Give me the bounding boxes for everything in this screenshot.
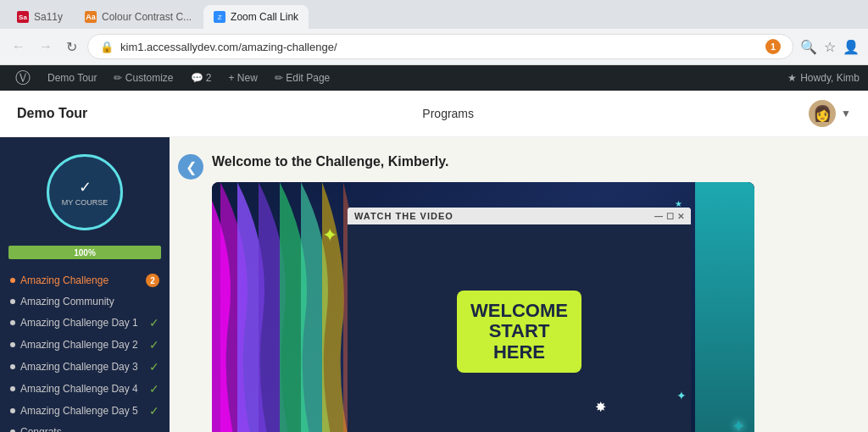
howdy-text: ★	[787, 72, 797, 84]
wp-admin-left: Ⓥ Demo Tour ✏ Customize 💬 2 + New ✏ Edit…	[8, 65, 337, 91]
sidebar-item-amazing-community[interactable]: Amazing Community	[0, 291, 170, 312]
nav-programs[interactable]: Programs	[422, 107, 474, 120]
tab-bar: Sa Sa11y Aa Colour Contrast C... Z Zoom …	[0, 0, 868, 29]
wp-customize[interactable]: ✏ Customize	[107, 65, 180, 91]
search-icon[interactable]: 🔍	[800, 39, 817, 55]
browser-chrome: Sa Sa11y Aa Colour Contrast C... Z Zoom …	[0, 0, 868, 65]
welcome-sign-line2: START	[470, 321, 568, 341]
wp-logo-item[interactable]: Ⓥ	[8, 65, 37, 91]
wp-admin-bar: Ⓥ Demo Tour ✏ Customize 💬 2 + New ✏ Edit…	[0, 65, 868, 91]
sidebar-item-amazing-challenge[interactable]: Amazing Challenge2	[0, 269, 170, 291]
wp-edit-page[interactable]: ✏ Edit Page	[268, 65, 337, 91]
check-icon: ✓	[79, 178, 92, 197]
sidebar-item-left: Amazing Challenge Day 3	[10, 361, 138, 373]
inner-card-controls: — ☐ ✕	[654, 212, 684, 221]
sidebar-item-left: Amazing Challenge Day 4	[10, 383, 138, 395]
sidebar-item-label: Amazing Challenge Day 3	[20, 361, 138, 373]
sidebar-item-right: ✓	[149, 316, 159, 330]
bookmark-icon[interactable]: ☆	[824, 39, 836, 55]
wp-comments[interactable]: 💬 2	[184, 65, 219, 91]
inner-card-header: WATCH THE VIDEO — ☐ ✕	[348, 208, 691, 224]
wp-logo-icon: Ⓥ	[15, 68, 31, 88]
new-label: + New	[229, 72, 258, 84]
avatar[interactable]: 👩	[809, 100, 836, 127]
sidebar: ✓ MY COURSE 100% Amazing Challenge2Amazi…	[0, 137, 170, 432]
sparkle-top-right: ★	[675, 199, 682, 208]
back-button[interactable]: ❮	[178, 154, 203, 180]
sidebar-item-challenge-day3[interactable]: Amazing Challenge Day 3✓	[0, 356, 170, 378]
contrast-favicon: Aa	[85, 11, 97, 23]
wp-admin-right: ★ Howdy, Kimb	[787, 72, 860, 84]
progress-text: 100%	[8, 246, 161, 259]
sidebar-dot-icon	[10, 342, 15, 347]
sidebar-item-right: ✓	[149, 360, 159, 374]
sidebar-item-label: Amazing Challenge Day 4	[20, 383, 138, 395]
sidebar-item-left: Amazing Challenge	[10, 274, 108, 286]
url-text: kim1.accessallydev.com/amazing-challenge…	[120, 41, 759, 53]
site-header: Demo Tour Programs 👩 ▼	[0, 91, 868, 137]
back-arrow-icon: ❮	[186, 159, 197, 175]
tab-sa11y[interactable]: Sa Sa11y	[7, 5, 73, 29]
sidebar-item-left: Amazing Challenge Day 2	[10, 339, 138, 351]
lock-icon: 🔒	[100, 41, 114, 53]
minimize-icon[interactable]: —	[654, 212, 663, 221]
check-complete-icon: ✓	[149, 316, 159, 330]
sidebar-item-right: 2	[146, 274, 159, 287]
course-circle: ✓ MY COURSE	[47, 154, 123, 230]
avatar-dropdown-icon[interactable]: ▼	[841, 108, 851, 119]
edit-page-label: ✏ Edit Page	[275, 72, 330, 84]
sidebar-item-right: ✓	[149, 404, 159, 418]
browser-icons: 🔍 ☆ 👤	[800, 39, 860, 55]
content-area: ❮ Welcome to the Challenge, Kimberly. ✦	[170, 137, 868, 432]
forward-button[interactable]: →	[36, 36, 56, 58]
sparkle-top: ✦	[322, 224, 337, 246]
demo-tour-label: Demo Tour	[47, 72, 97, 84]
sa11y-favicon: Sa	[17, 11, 29, 23]
wp-new[interactable]: + New	[222, 65, 264, 91]
site-header-right: 👩 ▼	[809, 100, 851, 127]
video-card-title: WATCH THE VIDEO	[354, 211, 453, 221]
teal-accent: ✦	[695, 182, 754, 432]
sidebar-item-label: Congrats	[20, 426, 62, 432]
tab-contrast-label: Colour Contrast C...	[102, 11, 192, 23]
wp-demo-tour[interactable]: Demo Tour	[41, 65, 103, 91]
profile-icon[interactable]: 👤	[843, 39, 860, 55]
sidebar-dot-icon	[10, 386, 15, 391]
welcome-sign-line3: HERE	[470, 342, 568, 363]
maximize-icon[interactable]: ☐	[666, 212, 674, 221]
sidebar-item-challenge-day5[interactable]: Amazing Challenge Day 5✓	[0, 400, 170, 422]
main-layout: ✓ MY COURSE 100% Amazing Challenge2Amazi…	[0, 137, 868, 432]
item-badge: 2	[146, 274, 159, 287]
back-button[interactable]: ←	[8, 36, 29, 58]
sidebar-nav: Amazing Challenge2Amazing CommunityAmazi…	[0, 263, 170, 432]
site-nav: Programs	[422, 107, 474, 120]
check-complete-icon: ✓	[149, 360, 159, 374]
sidebar-item-challenge-day2[interactable]: Amazing Challenge Day 2✓	[0, 334, 170, 356]
url-badge: 1	[765, 39, 781, 54]
check-complete-icon: ✓	[149, 338, 159, 352]
refresh-button[interactable]: ↻	[63, 36, 81, 58]
url-bar[interactable]: 🔒 kim1.accessallydev.com/amazing-challen…	[87, 34, 793, 59]
site-logo: Demo Tour	[17, 106, 87, 121]
sidebar-dot-icon	[10, 364, 15, 369]
customize-label: ✏ Customize	[114, 72, 173, 84]
comments-label: 💬 2	[191, 72, 212, 84]
tab-zoom[interactable]: Z Zoom Call Link	[203, 5, 309, 29]
tab-contrast[interactable]: Aa Colour Contrast C...	[75, 5, 202, 29]
sidebar-dot-icon	[10, 278, 15, 283]
sidebar-item-left: Amazing Challenge Day 5	[10, 405, 138, 417]
sidebar-item-left: Amazing Challenge Day 1	[10, 317, 138, 329]
sparkle-bottom: ✦	[676, 389, 687, 402]
inner-card: WATCH THE VIDEO — ☐ ✕ WELCOME START HERE…	[348, 208, 691, 432]
sidebar-item-right: ✓	[149, 338, 159, 352]
sidebar-item-right: ✓	[149, 382, 159, 396]
close-icon[interactable]: ✕	[677, 212, 684, 221]
sidebar-item-congrats[interactable]: Congrats	[0, 422, 170, 432]
zoom-favicon: Z	[214, 11, 225, 23]
sidebar-item-challenge-day4[interactable]: Amazing Challenge Day 4✓	[0, 378, 170, 400]
sidebar-item-challenge-day1[interactable]: Amazing Challenge Day 1✓	[0, 312, 170, 334]
welcome-sign-line1: WELCOME	[470, 301, 568, 321]
course-label: MY COURSE	[62, 198, 108, 208]
sidebar-item-left: Amazing Community	[10, 296, 114, 307]
check-complete-icon: ✓	[149, 382, 159, 396]
